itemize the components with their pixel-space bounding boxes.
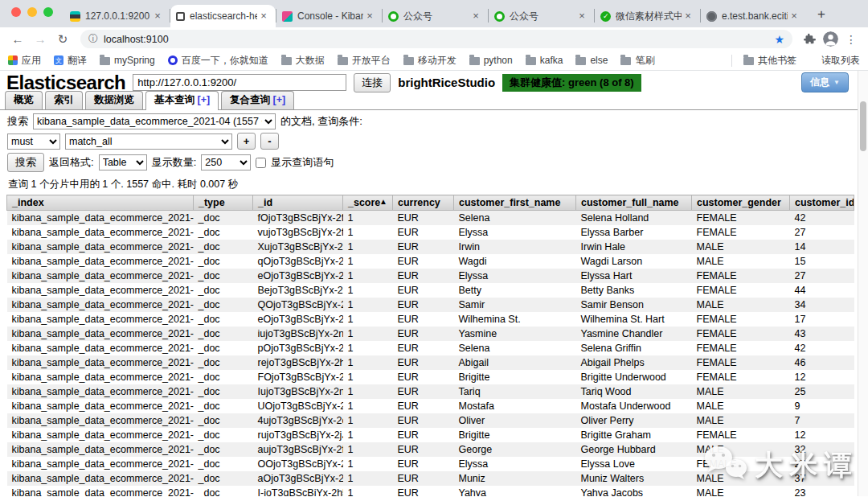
new-tab-button[interactable]: + bbox=[811, 4, 832, 25]
index-select[interactable]: kibana_sample_data_ecommerce_2021-04 (15… bbox=[33, 113, 276, 129]
column-header-customer_full_name[interactable]: customer_full_name bbox=[576, 195, 692, 211]
result-row[interactable]: kibana_sample_data_ecommerce_2021-04_doc… bbox=[7, 225, 854, 240]
bookmark-folder[interactable]: else bbox=[575, 55, 608, 66]
result-row[interactable]: kibana_sample_data_ecommerce_2021-04_doc… bbox=[7, 355, 854, 370]
bookmark-folder[interactable]: mySpring bbox=[100, 55, 155, 66]
bookmark-folder[interactable]: 开放平台 bbox=[338, 54, 391, 68]
browser-tab[interactable]: 公众号× bbox=[489, 5, 594, 27]
window-zoom-button[interactable] bbox=[43, 7, 53, 17]
clause-select[interactable]: match_all bbox=[65, 133, 232, 150]
site-info-icon[interactable]: ⓘ bbox=[88, 32, 98, 46]
result-row[interactable]: kibana_sample_data_ecommerce_2021-04_doc… bbox=[7, 442, 854, 457]
result-row[interactable]: kibana_sample_data_ecommerce_2021-04_doc… bbox=[7, 471, 854, 486]
url-text[interactable]: localhost:9100 bbox=[104, 34, 768, 45]
connect-button[interactable]: 连接 bbox=[354, 73, 391, 92]
tab-close-button[interactable]: × bbox=[469, 10, 482, 23]
size-select[interactable]: 250 bbox=[201, 154, 251, 170]
result-row[interactable]: kibana_sample_data_ecommerce_2021-04_doc… bbox=[7, 370, 854, 384]
column-label: _id bbox=[258, 197, 272, 208]
scrollbar-thumb[interactable] bbox=[860, 101, 866, 151]
profile-avatar[interactable] bbox=[821, 31, 839, 48]
result-row[interactable]: kibana_sample_data_ecommerce_2021-04_doc… bbox=[7, 254, 854, 269]
browser-tab[interactable]: 微信素材样式中心× bbox=[595, 5, 700, 27]
cell-customer_first_name: Elyssa bbox=[454, 457, 576, 471]
forward-icon[interactable]: → bbox=[31, 32, 50, 46]
result-row[interactable]: kibana_sample_data_ecommerce_2021-04_doc… bbox=[7, 312, 854, 327]
add-clause-button[interactable]: + bbox=[237, 133, 256, 150]
endpoint-input[interactable] bbox=[133, 74, 346, 91]
search-label: 搜索 bbox=[7, 114, 28, 129]
tab-close-button[interactable]: × bbox=[788, 10, 800, 23]
bookmark-folder[interactable]: 其他书签 bbox=[743, 54, 796, 68]
result-row[interactable]: kibana_sample_data_ecommerce_2021-04_doc… bbox=[7, 240, 854, 254]
baidu-icon bbox=[168, 55, 178, 65]
bool-select[interactable]: must bbox=[7, 133, 60, 150]
bookmark-item[interactable]: 应用 bbox=[8, 54, 41, 68]
chrome-menu-icon[interactable]: ⋮ bbox=[842, 31, 860, 48]
tab-close-button[interactable]: × bbox=[363, 10, 376, 23]
result-row[interactable]: kibana_sample_data_ecommerce_2021-04_doc… bbox=[7, 341, 854, 355]
result-row[interactable]: kibana_sample_data_ecommerce_2021-04_doc… bbox=[7, 269, 854, 283]
bookmark-item[interactable]: 翻译 bbox=[54, 54, 87, 68]
tab-indices[interactable]: 索引 bbox=[45, 91, 83, 109]
info-dropdown-button[interactable]: 信息 ▼ bbox=[801, 72, 849, 92]
bookmark-item[interactable]: 读取列表 bbox=[808, 54, 860, 68]
window-minimize-button[interactable] bbox=[27, 7, 37, 17]
cell-currency: EUR bbox=[393, 312, 454, 327]
column-header-customer_id[interactable]: customer_id bbox=[790, 195, 854, 211]
column-header-currency[interactable]: currency bbox=[393, 195, 454, 211]
back-icon[interactable]: ← bbox=[8, 32, 27, 46]
result-row[interactable]: kibana_sample_data_ecommerce_2021-04_doc… bbox=[7, 413, 854, 428]
browser-tab[interactable]: e.test.bank.ecitic× bbox=[701, 5, 806, 27]
cell-_id: UOjoT3gBScBjYx-2n6WB bbox=[253, 399, 343, 413]
tab-close-button[interactable]: × bbox=[151, 10, 164, 23]
result-row[interactable]: kibana_sample_data_ecommerce_2021-04_doc… bbox=[7, 298, 854, 312]
result-row[interactable]: kibana_sample_data_ecommerce_2021-04_doc… bbox=[7, 486, 854, 496]
bookmark-star-icon[interactable]: ★ bbox=[774, 33, 784, 46]
column-header-_index[interactable]: _index bbox=[7, 195, 194, 211]
info-label: 信息 bbox=[810, 76, 829, 89]
result-row[interactable]: kibana_sample_data_ecommerce_2021-04_doc… bbox=[7, 384, 854, 399]
bookmark-folder[interactable]: 大数据 bbox=[281, 54, 325, 68]
column-header-customer_gender[interactable]: customer_gender bbox=[692, 195, 790, 211]
browser-tab[interactable]: 公众号× bbox=[383, 5, 488, 27]
window-close-button[interactable] bbox=[11, 7, 21, 17]
tab-basic-query[interactable]: 基本查询 [+] bbox=[145, 91, 219, 110]
tab-overview[interactable]: 概览 bbox=[5, 91, 43, 109]
cell-customer_id: 42 bbox=[790, 211, 854, 226]
address-bar[interactable]: ⓘ localhost:9100 ★ bbox=[80, 30, 792, 48]
extensions-icon[interactable] bbox=[800, 31, 818, 48]
result-row[interactable]: kibana_sample_data_ecommerce_2021-04_doc… bbox=[7, 327, 854, 341]
column-header-_id[interactable]: _id bbox=[253, 195, 343, 211]
tab-data-browser[interactable]: 数据浏览 bbox=[85, 91, 143, 109]
result-row[interactable]: kibana_sample_data_ecommerce_2021-04_doc… bbox=[7, 283, 854, 298]
format-select[interactable]: Table bbox=[99, 154, 147, 170]
column-header-_type[interactable]: _type bbox=[194, 195, 253, 211]
bookmark-folder[interactable]: python bbox=[469, 55, 513, 66]
folder-icon bbox=[469, 57, 480, 65]
search-button[interactable]: 搜索 bbox=[7, 153, 44, 172]
browser-tab[interactable]: 127.0.0.1:9200× bbox=[64, 5, 170, 27]
result-summary: 查询 1 个分片中用的 1 个. 1557 命中. 耗时 0.007 秒 bbox=[7, 175, 861, 195]
bookmark-item[interactable]: 百度一下，你就知道 bbox=[168, 54, 268, 68]
result-row[interactable]: kibana_sample_data_ecommerce_2021-04_doc… bbox=[7, 457, 854, 471]
tab-close-button[interactable]: × bbox=[257, 10, 270, 23]
remove-clause-button[interactable]: - bbox=[260, 133, 279, 150]
column-header-customer_first_name[interactable]: customer_first_name bbox=[454, 195, 576, 211]
tab-compound-query[interactable]: 复合查询 [+] bbox=[221, 91, 294, 109]
cell-currency: EUR bbox=[393, 240, 454, 254]
result-row[interactable]: kibana_sample_data_ecommerce_2021-04_doc… bbox=[7, 399, 854, 413]
column-header-_score[interactable]: ▲_score bbox=[343, 195, 393, 211]
bookmark-folder[interactable]: 笔刷 bbox=[620, 54, 654, 68]
show-query-checkbox[interactable] bbox=[256, 158, 266, 168]
bookmark-folder[interactable]: 移动开发 bbox=[403, 54, 457, 68]
browser-tab[interactable]: elasticsearch-he× bbox=[170, 5, 276, 27]
cell-_score: 1 bbox=[343, 413, 393, 428]
tab-close-button[interactable]: × bbox=[682, 10, 694, 23]
bookmark-folder[interactable]: kafka bbox=[526, 55, 563, 66]
result-row[interactable]: kibana_sample_data_ecommerce_2021-04_doc… bbox=[7, 211, 854, 226]
browser-tab[interactable]: Console - Kibana× bbox=[276, 5, 382, 27]
reload-icon[interactable]: ↻ bbox=[53, 32, 72, 47]
result-row[interactable]: kibana_sample_data_ecommerce_2021-04_doc… bbox=[7, 428, 854, 442]
tab-close-button[interactable]: × bbox=[575, 10, 588, 23]
